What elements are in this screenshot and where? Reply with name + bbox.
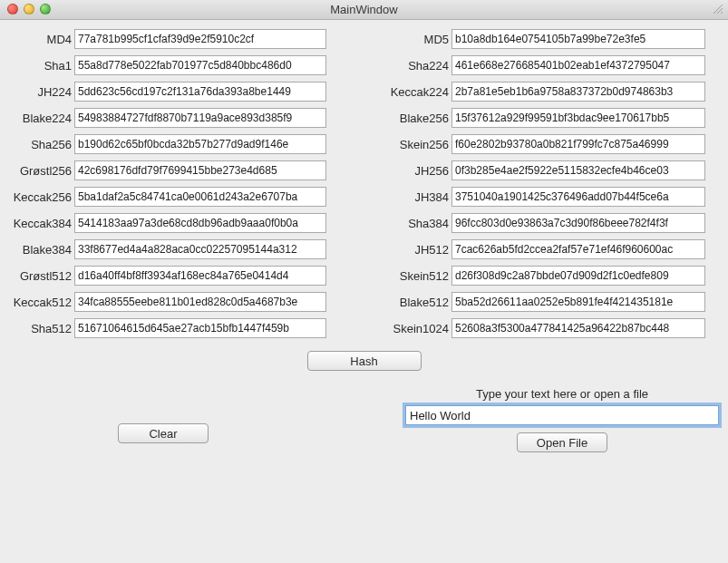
- text-input[interactable]: [405, 405, 719, 425]
- hash-label-jh224: JH224: [9, 85, 74, 99]
- hash-value-sha384[interactable]: [451, 213, 705, 233]
- hash-value-keccak384[interactable]: [74, 213, 326, 233]
- zoom-icon[interactable]: [40, 4, 51, 15]
- hash-label-jh384: JH384: [379, 190, 451, 204]
- hash-row-sha224: Sha224: [379, 55, 705, 75]
- hash-label-sha1: Sha1: [9, 59, 74, 73]
- hash-value-skein512[interactable]: [451, 266, 705, 286]
- hash-value-jh256[interactable]: [451, 160, 705, 180]
- hash-row-md4: MD4: [9, 29, 326, 49]
- hash-label-md5: MD5: [379, 33, 451, 46]
- clear-button[interactable]: Clear: [118, 423, 209, 443]
- window-body: MD4Sha1JH224Blake224Sha256Grøstl256Kecca…: [0, 20, 728, 563]
- hash-row-sha512: Sha512: [9, 318, 326, 338]
- hash-row-sha1: Sha1: [9, 55, 326, 75]
- hash-label-skein512: Skein512: [379, 269, 451, 283]
- hash-value-blake256[interactable]: [451, 108, 705, 128]
- titlebar: MainWindow: [0, 0, 728, 20]
- hash-label-blake512: Blake512: [379, 296, 451, 309]
- window-title: MainWindow: [0, 3, 728, 16]
- hash-value-jh224[interactable]: [74, 82, 326, 102]
- bottom-left: Clear: [9, 387, 317, 443]
- hash-value-sha512[interactable]: [74, 318, 326, 338]
- hash-row-gr-stl512: Grøstl512: [9, 266, 326, 286]
- hash-row-blake256: Blake256: [379, 108, 705, 128]
- hash-row-keccak224: Keccak224: [379, 82, 705, 102]
- hash-row-md5: MD5: [379, 29, 705, 49]
- input-hint-label: Type your text here or open a file: [476, 387, 648, 401]
- hash-button[interactable]: Hash: [307, 351, 422, 371]
- resize-icon: [712, 3, 724, 15]
- hash-value-sha256[interactable]: [74, 134, 326, 154]
- hash-label-gr-stl256: Grøstl256: [9, 164, 74, 178]
- hash-value-md4[interactable]: [74, 29, 326, 49]
- bottom-area: Clear Type your text here or open a file…: [9, 387, 719, 452]
- hash-row-blake512: Blake512: [379, 292, 705, 312]
- hash-columns: MD4Sha1JH224Blake224Sha256Grøstl256Kecca…: [9, 29, 719, 338]
- hash-row-blake384: Blake384: [9, 239, 326, 259]
- left-column: MD4Sha1JH224Blake224Sha256Grøstl256Kecca…: [9, 29, 326, 338]
- hash-label-keccak224: Keccak224: [379, 85, 451, 99]
- minimize-icon[interactable]: [24, 4, 34, 15]
- hash-row-jh384: JH384: [379, 187, 705, 207]
- hash-value-gr-stl512[interactable]: [74, 266, 326, 286]
- hash-value-keccak224[interactable]: [451, 82, 705, 102]
- right-column: MD5Sha224Keccak224Blake256Skein256JH256J…: [379, 29, 705, 338]
- hash-value-blake512[interactable]: [451, 292, 705, 312]
- hash-row-keccak384: Keccak384: [9, 213, 326, 233]
- hash-label-sha256: Sha256: [9, 138, 74, 151]
- hash-row-sha384: Sha384: [379, 213, 705, 233]
- hash-value-keccak512[interactable]: [74, 292, 326, 312]
- hash-row-skein256: Skein256: [379, 134, 705, 154]
- hash-value-jh512[interactable]: [451, 239, 705, 259]
- hash-label-blake384: Blake384: [9, 243, 74, 257]
- hash-label-md4: MD4: [9, 33, 74, 46]
- hash-value-skein256[interactable]: [451, 134, 705, 154]
- hash-value-keccak256[interactable]: [74, 187, 326, 207]
- hash-row-skein1024: Skein1024: [379, 318, 705, 338]
- hash-value-sha224[interactable]: [451, 55, 705, 75]
- hash-label-blake224: Blake224: [9, 112, 74, 125]
- close-icon[interactable]: [7, 4, 18, 15]
- hash-value-skein1024[interactable]: [451, 318, 705, 338]
- hash-value-jh384[interactable]: [451, 187, 705, 207]
- hash-value-blake384[interactable]: [74, 239, 326, 259]
- open-file-button[interactable]: Open File: [517, 432, 607, 452]
- hash-row-gr-stl256: Grøstl256: [9, 160, 326, 180]
- hash-label-sha384: Sha384: [379, 217, 451, 230]
- hash-button-wrap: Hash: [9, 351, 719, 371]
- hash-row-blake224: Blake224: [9, 108, 326, 128]
- hash-row-keccak512: Keccak512: [9, 292, 326, 312]
- bottom-right: Type your text here or open a file Open …: [405, 387, 719, 452]
- hash-label-sha224: Sha224: [379, 59, 451, 73]
- hash-label-jh512: JH512: [379, 243, 451, 257]
- hash-label-skein256: Skein256: [379, 138, 451, 151]
- hash-row-jh256: JH256: [379, 160, 705, 180]
- traffic-lights: [7, 4, 51, 15]
- hash-label-keccak384: Keccak384: [9, 217, 74, 230]
- hash-label-keccak256: Keccak256: [9, 190, 74, 204]
- hash-label-sha512: Sha512: [9, 322, 74, 335]
- hash-row-skein512: Skein512: [379, 266, 705, 286]
- hash-label-keccak512: Keccak512: [9, 296, 74, 309]
- hash-label-skein1024: Skein1024: [379, 322, 451, 335]
- hash-label-jh256: JH256: [379, 164, 451, 178]
- hash-value-md5[interactable]: [451, 29, 705, 49]
- hash-label-blake256: Blake256: [379, 112, 451, 125]
- hash-row-jh224: JH224: [9, 82, 326, 102]
- hash-value-gr-stl256[interactable]: [74, 160, 326, 180]
- hash-row-keccak256: Keccak256: [9, 187, 326, 207]
- hash-value-sha1[interactable]: [74, 55, 326, 75]
- hash-row-sha256: Sha256: [9, 134, 326, 154]
- hash-row-jh512: JH512: [379, 239, 705, 259]
- hash-label-gr-stl512: Grøstl512: [9, 269, 74, 283]
- hash-value-blake224[interactable]: [74, 108, 326, 128]
